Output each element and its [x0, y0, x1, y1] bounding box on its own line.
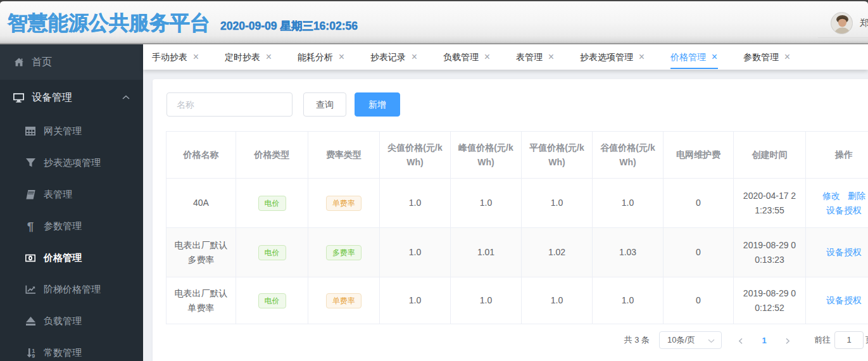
svg-text:9: 9	[32, 353, 35, 358]
